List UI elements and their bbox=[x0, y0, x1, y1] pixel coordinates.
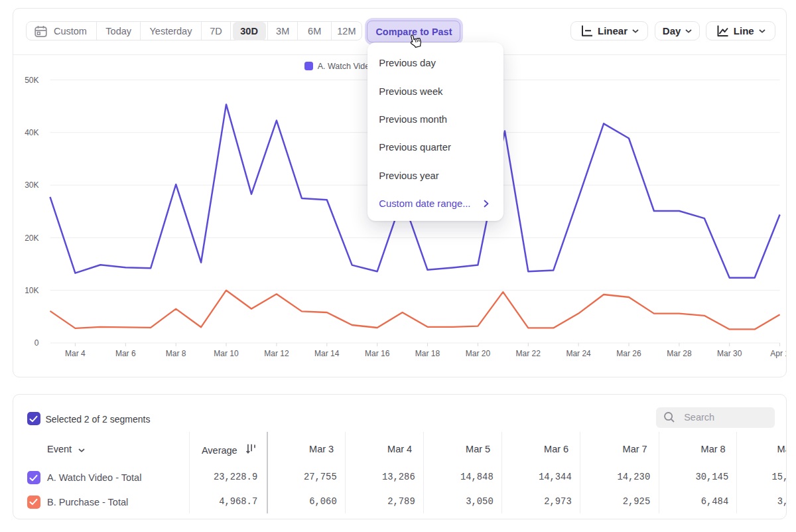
svg-text:20K: 20K bbox=[25, 233, 38, 242]
svg-text:10K: 10K bbox=[25, 286, 38, 295]
svg-text:Mar 10: Mar 10 bbox=[214, 348, 239, 358]
svg-text:Apr 1: Apr 1 bbox=[770, 348, 787, 358]
svg-text:Mar 18: Mar 18 bbox=[415, 348, 440, 358]
svg-text:0: 0 bbox=[34, 338, 39, 348]
svg-text:Mar 30: Mar 30 bbox=[717, 348, 742, 358]
svg-text:Mar 26: Mar 26 bbox=[616, 348, 641, 358]
svg-text:Mar 20: Mar 20 bbox=[465, 348, 490, 358]
svg-text:Mar 4: Mar 4 bbox=[65, 348, 86, 358]
svg-text:40K: 40K bbox=[25, 128, 38, 137]
svg-text:50K: 50K bbox=[25, 75, 38, 84]
svg-text:Mar 28: Mar 28 bbox=[667, 348, 692, 358]
svg-text:Mar 24: Mar 24 bbox=[566, 348, 591, 358]
svg-text:Mar 6: Mar 6 bbox=[115, 348, 136, 358]
svg-text:Mar 8: Mar 8 bbox=[166, 348, 186, 358]
svg-text:Mar 12: Mar 12 bbox=[264, 348, 289, 358]
svg-text:Mar 16: Mar 16 bbox=[365, 348, 390, 358]
svg-text:30K: 30K bbox=[25, 180, 38, 190]
svg-text:Mar 14: Mar 14 bbox=[314, 348, 340, 358]
svg-text:Mar 22: Mar 22 bbox=[515, 348, 541, 358]
